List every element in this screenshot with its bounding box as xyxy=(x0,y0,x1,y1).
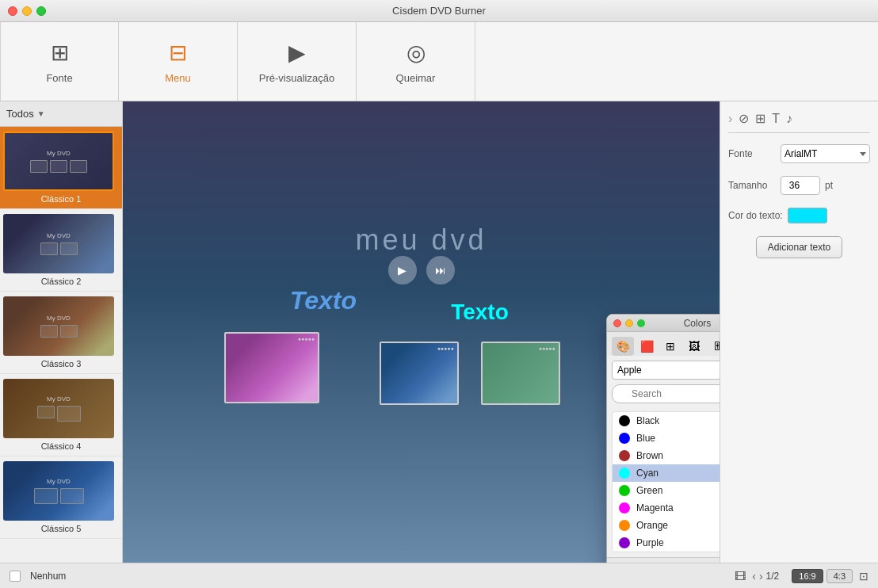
rp-pt-label: pt xyxy=(825,180,833,191)
toolbar-fonte-label: Fonte xyxy=(46,72,72,84)
color-dot-orange xyxy=(619,520,630,531)
filmstrip-thumb-1[interactable]: ●●●●● xyxy=(224,332,319,403)
toolbar-menu[interactable]: ⊟ Menu xyxy=(119,22,238,101)
colors-list: Black Blue Brown Cyan xyxy=(612,411,720,552)
canvas-text-2[interactable]: Texto xyxy=(451,300,509,325)
toolbar-preview[interactable]: ▶ Pré-visualização xyxy=(238,22,357,101)
add-text-button[interactable]: Adicionar texto xyxy=(756,236,842,258)
bb-right: 🎞 ‹ › 1/2 16:9 4:3 ⊡ xyxy=(735,569,868,583)
color-item-green[interactable]: Green xyxy=(613,482,720,499)
color-item-blue[interactable]: Blue xyxy=(613,430,720,447)
color-label-magenta: Magenta xyxy=(636,502,674,514)
ratio-16-9-button[interactable]: 16:9 xyxy=(792,569,823,583)
next-page-button[interactable]: › xyxy=(759,570,763,582)
thumb-boxes-3 xyxy=(40,325,78,338)
skip-button[interactable]: ⏭ xyxy=(426,256,455,284)
colors-tab-wheel[interactable]: 🎨 xyxy=(612,337,634,356)
rp-font-select[interactable]: ArialMT xyxy=(781,144,870,163)
window-controls[interactable] xyxy=(8,6,46,16)
color-item-cyan[interactable]: Cyan xyxy=(613,464,720,482)
color-dot-green xyxy=(619,485,630,496)
maximize-button[interactable] xyxy=(36,6,46,16)
rp-fonte-row: Fonte ArialMT xyxy=(728,144,870,163)
colors-close-button[interactable] xyxy=(613,319,621,327)
prev-page-button[interactable]: ‹ xyxy=(752,570,756,582)
toolbar-burn-label: Queimar xyxy=(396,72,436,84)
sidebar: Todos ▼ My DVD Clássico 1 My xyxy=(0,101,123,563)
rp-toolbar: › ⊘ ⊞ T ♪ xyxy=(728,111,870,133)
filmstrip-thumb-3[interactable]: ●●●●● xyxy=(481,342,560,405)
colors-tabs: 🎨 🟥 ⊞ 🖼 🎚 xyxy=(607,332,720,356)
ft-dots-1: ●●●●● xyxy=(298,336,315,342)
ft-dots-2: ●●●●● xyxy=(437,346,454,351)
color-item-brown[interactable]: Brown xyxy=(613,447,720,464)
sidebar-item-2[interactable]: My DVD Clássico 2 xyxy=(0,209,122,292)
sidebar-items: My DVD Clássico 1 My DVD xyxy=(0,127,122,563)
export-icon[interactable]: ⊡ xyxy=(859,570,868,582)
right-panel: › ⊘ ⊞ T ♪ Fonte ArialMT Tamanho pt Cor d… xyxy=(720,101,878,563)
rp-tamanho-row: Tamanho pt xyxy=(728,176,870,195)
colors-popup-controls[interactable] xyxy=(613,319,645,327)
toolbar-burn[interactable]: ◎ Queimar xyxy=(357,22,475,101)
canvas-controls: ▶ ⏭ xyxy=(388,256,455,284)
colors-list-dropdown[interactable]: Apple xyxy=(612,361,720,380)
thumb-boxes-2 xyxy=(40,242,78,255)
rp-music-icon[interactable]: ♪ xyxy=(786,112,792,126)
colors-popup: Colors 🎨 🟥 ⊞ 🖼 🎚 Apple ⚙ 🔍 xyxy=(606,314,720,563)
colors-body: Apple ⚙ 🔍 Black Blue xyxy=(607,356,720,557)
sidebar-header[interactable]: Todos ▼ xyxy=(0,101,122,127)
rp-grid-icon[interactable]: ⊞ xyxy=(755,111,765,126)
color-label-green: Green xyxy=(636,485,662,496)
rp-arrow-icon[interactable]: › xyxy=(728,112,732,126)
burn-icon: ◎ xyxy=(407,40,426,66)
titlebar: Cisdem DVD Burner xyxy=(0,0,878,22)
sidebar-item-3[interactable]: My DVD Clássico 3 xyxy=(0,292,122,374)
color-dot-magenta xyxy=(619,502,630,514)
thumb-boxes-5 xyxy=(34,488,84,504)
rp-cor-label: Cor do texto: xyxy=(728,210,783,221)
colors-max-button[interactable] xyxy=(637,319,645,327)
color-item-magenta[interactable]: Magenta xyxy=(613,499,720,517)
rp-text-icon[interactable]: T xyxy=(772,112,780,126)
color-dot-purple xyxy=(619,537,630,548)
fonte-icon: ⊞ xyxy=(51,40,69,66)
sidebar-item-5[interactable]: My DVD Clássico 5 xyxy=(0,456,122,539)
color-label-cyan: Cyan xyxy=(636,468,658,479)
rp-color-swatch[interactable] xyxy=(788,208,827,223)
colors-tab-palette[interactable]: ⊞ xyxy=(659,337,681,356)
colors-tab-crayon[interactable]: 🎚 xyxy=(707,337,720,356)
color-dot-cyan xyxy=(619,468,630,479)
color-label-black: Black xyxy=(636,415,659,426)
colors-min-button[interactable] xyxy=(625,319,633,327)
rp-crop-icon[interactable]: ⊘ xyxy=(739,111,749,126)
canvas-text-1[interactable]: Texto xyxy=(290,286,357,315)
toolbar-fonte[interactable]: ⊞ Fonte xyxy=(0,22,119,101)
canvas-title: meu dvd xyxy=(355,223,487,257)
sidebar-item-label-1: Clássico 1 xyxy=(3,194,119,204)
rp-size-input[interactable] xyxy=(781,176,820,195)
minimize-button[interactable] xyxy=(22,6,32,16)
rp-tamanho-label: Tamanho xyxy=(728,180,776,191)
play-button[interactable]: ▶ xyxy=(388,256,417,284)
nenhum-checkbox[interactable] xyxy=(10,571,21,582)
rp-cor-row: Cor do texto: xyxy=(728,208,870,223)
film-icon[interactable]: 🎞 xyxy=(735,570,746,582)
color-label-blue: Blue xyxy=(636,433,655,444)
color-item-orange[interactable]: Orange xyxy=(613,517,720,534)
sidebar-thumb-3: My DVD xyxy=(3,296,114,356)
menu-icon: ⊟ xyxy=(169,40,187,66)
ratio-4-3-button[interactable]: 4:3 xyxy=(826,569,853,583)
sidebar-item-label-5: Clássico 5 xyxy=(3,524,119,533)
colors-tab-sliders[interactable]: 🟥 xyxy=(636,337,658,356)
sidebar-item-1[interactable]: My DVD Clássico 1 xyxy=(0,127,122,209)
filmstrip-thumb-2[interactable]: ●●●●● xyxy=(380,342,459,405)
thumb-label-3: My DVD xyxy=(47,315,71,322)
colors-tab-image[interactable]: 🖼 xyxy=(683,337,705,356)
sidebar-item-label-3: Clássico 3 xyxy=(3,359,119,368)
color-item-purple[interactable]: Purple xyxy=(613,534,720,552)
close-button[interactable] xyxy=(8,6,17,16)
color-item-black[interactable]: Black xyxy=(613,412,720,430)
sidebar-item-4[interactable]: My DVD Clássico 4 xyxy=(0,374,122,456)
colors-search-input[interactable] xyxy=(612,384,720,403)
page-indicator: 1/2 xyxy=(766,571,780,582)
